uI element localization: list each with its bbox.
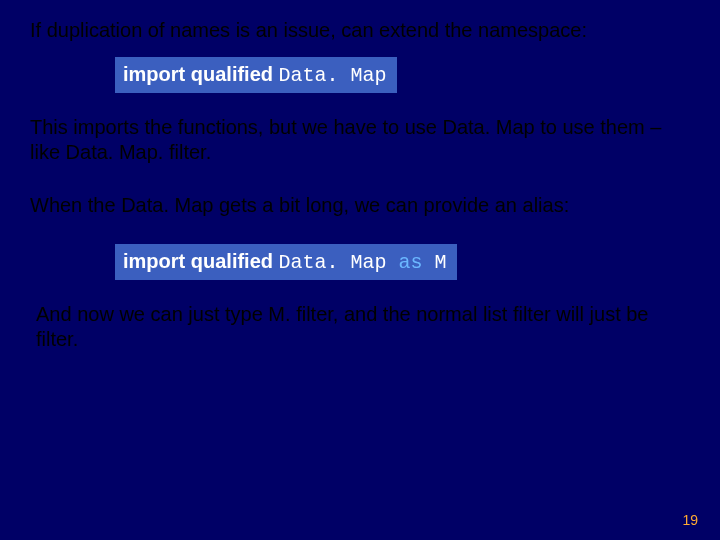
paragraph-4: And now we can just type M. filter, and …	[36, 302, 690, 352]
keyword-import-qualified: import qualified	[123, 250, 279, 272]
slide-content: If duplication of names is an issue, can…	[0, 0, 720, 352]
code-block-1: import qualified Data. Map	[115, 57, 397, 93]
module-name: Data. Map	[279, 64, 387, 87]
spacer	[30, 175, 690, 193]
paragraph-2: This imports the functions, but we have …	[30, 115, 690, 165]
code-block-2: import qualified Data. Map as M	[115, 244, 457, 280]
paragraph-3: When the Data. Map gets a bit long, we c…	[30, 193, 690, 218]
paragraph-1: If duplication of names is an issue, can…	[30, 18, 690, 43]
page-number: 19	[682, 512, 698, 528]
alias-name: M	[435, 251, 447, 274]
keyword-as: as	[399, 251, 435, 274]
keyword-import-qualified: import qualified	[123, 63, 279, 85]
module-name: Data. Map	[279, 251, 399, 274]
spacer	[30, 228, 690, 240]
